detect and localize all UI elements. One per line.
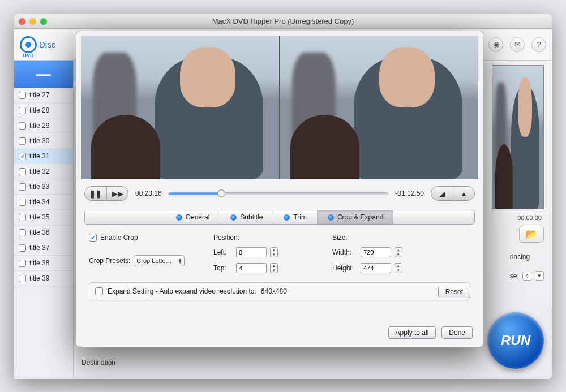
collapse-button[interactable]: —: [14, 61, 73, 88]
sidebar-item-title[interactable]: title 37: [14, 240, 73, 256]
title-checkbox[interactable]: [19, 122, 26, 130]
left-label: Left:: [213, 248, 233, 256]
title-label: title 37: [29, 244, 49, 252]
preview-original: [81, 36, 279, 179]
cpu-option[interactable]: se: 4 ▾: [510, 271, 544, 281]
crop-settings: Enable Crop Crop Presets: Crop Lette… ▴▾…: [76, 225, 483, 278]
tab-crop-expand[interactable]: Crop & Expand: [318, 210, 393, 224]
title-checkbox[interactable]: [19, 168, 26, 175]
sidebar-item-title[interactable]: title 31: [14, 149, 73, 164]
close-icon[interactable]: [19, 18, 25, 25]
chevron-updown-icon: ▴▾: [179, 258, 182, 264]
position-heading: Position:: [213, 234, 321, 242]
apply-to-all-button[interactable]: Apply to all: [388, 326, 436, 339]
deinterlace-option[interactable]: rlacing: [510, 253, 530, 261]
zoom-icon[interactable]: [40, 18, 47, 25]
title-label: title 35: [29, 213, 49, 221]
crop-presets-label: Crop Presets:: [89, 257, 130, 265]
height-label: Height:: [332, 264, 357, 272]
title-checkbox[interactable]: [19, 107, 26, 114]
help-icon[interactable]: ?: [531, 37, 546, 52]
preview-thumb: [492, 65, 544, 209]
left-input[interactable]: [236, 247, 267, 257]
flip-horizontal-icon[interactable]: ◢: [431, 187, 453, 200]
edit-dialog: ❚❚ ▶▶ 00:23:16 -01:12:50 ◢ ▲ GeneralSubt…: [76, 31, 483, 347]
sidebar-item-title[interactable]: title 32: [14, 164, 73, 179]
tab-subtitle[interactable]: Subtitle: [220, 210, 273, 224]
app-logo[interactable]: DVD Disc: [20, 36, 55, 53]
top-stepper[interactable]: ▴▾: [270, 263, 278, 273]
output-folder-button[interactable]: 📂: [519, 226, 544, 243]
sidebar-item-title[interactable]: title 33: [14, 179, 73, 195]
run-button[interactable]: RUN: [487, 312, 544, 369]
sidebar-item-title[interactable]: title 39: [14, 271, 73, 286]
tab-bar: GeneralSubtitleTrimCrop & Expand: [84, 210, 475, 225]
window-title: MacX DVD Ripper Pro (Unregistered Copy): [14, 17, 552, 25]
title-checkbox[interactable]: [19, 153, 26, 160]
height-input[interactable]: [361, 263, 391, 273]
title-label: title 36: [29, 229, 49, 236]
title-checkbox[interactable]: [19, 244, 26, 252]
title-checkbox[interactable]: [19, 183, 26, 191]
flip-vertical-icon[interactable]: ▲: [453, 187, 474, 200]
sidebar-item-title[interactable]: title 34: [14, 195, 73, 210]
title-label: title 27: [29, 91, 49, 99]
title-checkbox[interactable]: [19, 199, 26, 206]
title-checkbox[interactable]: [19, 92, 26, 99]
sidebar-item-title[interactable]: title 38: [14, 256, 73, 271]
left-stepper[interactable]: ▴▾: [270, 247, 278, 257]
radio-icon: [176, 214, 182, 221]
title-checkbox[interactable]: [19, 260, 26, 267]
title-checkbox[interactable]: [19, 214, 26, 221]
window-controls: [19, 18, 47, 25]
title-label: title 39: [29, 274, 49, 282]
title-label: title 32: [29, 167, 49, 175]
title-sidebar: — title 27title 28title 29title 30title …: [14, 61, 74, 379]
mail-icon[interactable]: ✉: [510, 37, 525, 52]
reset-button[interactable]: Reset: [438, 286, 470, 298]
title-label: title 31: [29, 152, 49, 160]
width-input[interactable]: [361, 247, 391, 257]
radio-icon: [230, 214, 237, 221]
done-button[interactable]: Done: [441, 326, 473, 339]
title-label: title 34: [29, 198, 49, 206]
chevron-down-icon[interactable]: ▾: [535, 271, 544, 281]
sidebar-item-title[interactable]: title 27: [14, 88, 73, 103]
title-checkbox[interactable]: [19, 275, 26, 282]
width-label: Width:: [332, 248, 357, 256]
tab-trim[interactable]: Trim: [273, 210, 318, 224]
expand-checkbox[interactable]: [95, 287, 103, 295]
logo-text: Disc: [39, 40, 55, 49]
sidebar-item-title[interactable]: title 35: [14, 210, 73, 225]
destination-label: Destination: [82, 359, 115, 367]
sidebar-item-title[interactable]: title 30: [14, 133, 73, 149]
top-input[interactable]: [236, 263, 267, 273]
title-label: title 30: [29, 137, 49, 145]
pause-button[interactable]: ❚❚: [85, 187, 106, 200]
transport-bar: ❚❚ ▶▶ 00:23:16 -01:12:50 ◢ ▲: [76, 184, 483, 206]
sidebar-item-title[interactable]: title 36: [14, 225, 73, 240]
radio-icon: [328, 214, 334, 221]
sidebar-item-title[interactable]: title 28: [14, 103, 73, 118]
expand-value: 640x480: [261, 287, 287, 295]
sidebar-item-title[interactable]: title 29: [14, 118, 73, 133]
remaining-time: -01:12:50: [395, 189, 424, 197]
width-stepper[interactable]: ▴▾: [395, 247, 402, 257]
title-label: title 38: [29, 259, 49, 267]
user-icon[interactable]: ◉: [488, 37, 503, 52]
seek-slider[interactable]: [169, 191, 389, 196]
fast-forward-button[interactable]: ▶▶: [106, 187, 128, 200]
preview-time: 00:00:00: [517, 214, 542, 221]
preview-result: [279, 36, 478, 179]
enable-crop-checkbox[interactable]: Enable Crop: [89, 234, 202, 242]
height-stepper[interactable]: ▴▾: [395, 263, 402, 273]
dvd-icon: [20, 36, 37, 53]
size-heading: Size:: [332, 234, 459, 242]
title-label: title 33: [29, 183, 49, 191]
minimize-icon[interactable]: [29, 18, 36, 25]
tab-general[interactable]: General: [166, 210, 221, 224]
title-label: title 28: [29, 106, 49, 114]
title-checkbox[interactable]: [19, 229, 26, 236]
title-checkbox[interactable]: [19, 137, 26, 145]
crop-presets-combo[interactable]: Crop Lette… ▴▾: [134, 255, 185, 266]
